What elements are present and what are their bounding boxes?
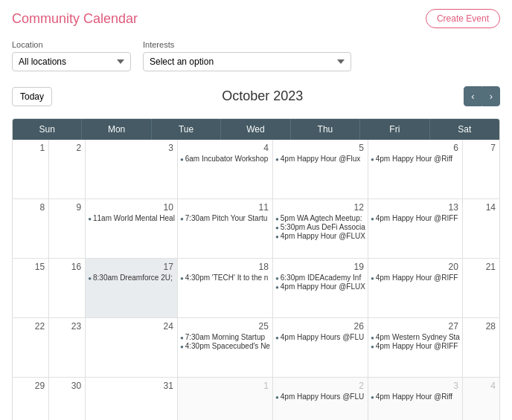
calendar-cell[interactable]: 1 bbox=[178, 378, 273, 420]
day-header-fri: Fri bbox=[360, 119, 429, 140]
day-number: 13 bbox=[371, 202, 460, 213]
event-item[interactable]: 5pm WA Agtech Meetup: bbox=[275, 214, 365, 222]
event-item[interactable]: 4pm Happy Hour @RIFF bbox=[371, 342, 460, 350]
day-number: 23 bbox=[51, 321, 83, 332]
event-item[interactable]: 4pm Happy Hours @FLU bbox=[275, 333, 365, 341]
today-button[interactable]: Today bbox=[12, 87, 52, 106]
day-header-wed: Wed bbox=[221, 119, 290, 140]
event-item[interactable]: 4pm Happy Hour @Riff bbox=[371, 155, 460, 163]
day-number: 4 bbox=[180, 143, 270, 153]
interests-label: Interests bbox=[143, 40, 351, 49]
interests-select[interactable]: Select an option bbox=[143, 52, 351, 71]
day-number: 28 bbox=[465, 321, 497, 332]
calendar-cell[interactable]: 31 bbox=[86, 378, 178, 420]
calendar-cell[interactable]: 64pm Happy Hour @Riff bbox=[368, 140, 463, 199]
calendar-cell[interactable]: 1 bbox=[13, 140, 49, 199]
event-item[interactable]: 4pm Happy Hour @RIFF bbox=[371, 274, 460, 282]
event-item[interactable]: 4pm Happy Hour @Riff bbox=[371, 392, 460, 401]
calendar-cell[interactable]: 14 bbox=[463, 199, 499, 259]
location-label: Location bbox=[12, 40, 131, 49]
calendar-cell[interactable]: 257:30am Morning Startup4:30pm Spacecube… bbox=[178, 318, 273, 378]
event-item[interactable]: 4pm Happy Hour @FLUX bbox=[275, 232, 365, 240]
prev-month-button[interactable]: ‹ bbox=[464, 86, 481, 106]
calendar-cell[interactable]: 2 bbox=[49, 140, 86, 199]
calendar-cell[interactable]: 15 bbox=[13, 259, 49, 318]
day-number: 12 bbox=[275, 202, 365, 213]
calendar-grid: 12346am Incubator Workshop54pm Happy Hou… bbox=[13, 140, 499, 420]
calendar-cell[interactable]: 34pm Happy Hour @Riff bbox=[368, 378, 463, 420]
day-number: 14 bbox=[465, 202, 497, 213]
event-item[interactable]: 7:30am Morning Startup bbox=[180, 333, 270, 341]
calendar-controls: Today October 2023 ‹ › bbox=[12, 80, 500, 112]
calendar-cell[interactable]: 204pm Happy Hour @RIFF bbox=[368, 259, 463, 318]
event-item[interactable]: 4pm Happy Hours @FLU bbox=[275, 392, 365, 401]
calendar-cell[interactable]: 1011am World Mental Heal bbox=[86, 199, 178, 259]
day-header-mon: Mon bbox=[82, 119, 151, 140]
calendar-cell[interactable]: 46am Incubator Workshop bbox=[178, 140, 273, 199]
create-event-button[interactable]: Create Event bbox=[426, 9, 500, 28]
calendar-cell[interactable]: 24 bbox=[86, 318, 178, 378]
app-title: Community Calendar bbox=[12, 11, 138, 27]
calendar-cell[interactable]: 24pm Happy Hours @FLU bbox=[273, 378, 368, 420]
event-item[interactable]: 6:30pm IDEAcademy Inf bbox=[275, 274, 365, 282]
calendar-cell[interactable]: 30 bbox=[49, 378, 86, 420]
day-number: 1 bbox=[180, 381, 270, 391]
calendar-cell[interactable]: 8 bbox=[13, 199, 49, 259]
location-select[interactable]: All locations bbox=[12, 52, 131, 71]
next-month-button[interactable]: › bbox=[482, 86, 500, 106]
event-item[interactable]: 4:30pm Spacecubed's Ne bbox=[180, 342, 270, 350]
calendar-cell[interactable]: 4 bbox=[463, 378, 499, 420]
calendar-cell[interactable]: 184:30pm 'TECH' It to the n bbox=[178, 259, 273, 318]
calendar-cell[interactable]: 29 bbox=[13, 378, 49, 420]
calendar-header: SunMonTueWedThuFriSat bbox=[13, 119, 499, 140]
event-item[interactable]: 4pm Happy Hour @RIFF bbox=[371, 214, 460, 222]
day-header-sat: Sat bbox=[430, 119, 499, 140]
location-filter-group: Location All locations bbox=[12, 40, 131, 71]
day-number: 18 bbox=[180, 262, 270, 272]
event-item[interactable]: 8:30am Dreamforce 2U; bbox=[88, 274, 175, 282]
calendar-cell[interactable]: 3 bbox=[86, 140, 178, 199]
day-number: 9 bbox=[51, 202, 83, 213]
day-number: 10 bbox=[88, 202, 175, 213]
calendar-cell[interactable]: 16 bbox=[49, 259, 86, 318]
day-header-thu: Thu bbox=[291, 119, 360, 140]
calendar-cell[interactable]: 178:30am Dreamforce 2U; bbox=[86, 259, 178, 318]
day-number: 19 bbox=[275, 262, 365, 272]
day-number: 20 bbox=[371, 262, 460, 272]
calendar-cell[interactable]: 134pm Happy Hour @RIFF bbox=[368, 199, 463, 259]
interests-filter-group: Interests Select an option bbox=[143, 40, 351, 71]
event-item[interactable]: 4pm Happy Hour @Flux bbox=[275, 155, 365, 163]
calendar-cell[interactable]: 9 bbox=[49, 199, 86, 259]
day-number: 15 bbox=[15, 262, 46, 272]
day-number: 4 bbox=[465, 381, 497, 391]
event-item[interactable]: 4:30pm 'TECH' It to the n bbox=[180, 274, 270, 282]
calendar-cell[interactable]: 196:30pm IDEAcademy Inf4pm Happy Hour @F… bbox=[273, 259, 368, 318]
day-number: 22 bbox=[15, 321, 46, 332]
filters-row: Location All locations Interests Select … bbox=[12, 40, 500, 71]
day-number: 24 bbox=[88, 321, 175, 332]
calendar-cell[interactable]: 125pm WA Agtech Meetup:5:30pm Aus DeFi A… bbox=[273, 199, 368, 259]
event-item[interactable]: 6am Incubator Workshop bbox=[180, 155, 270, 163]
event-item[interactable]: 4pm Western Sydney Sta bbox=[371, 333, 460, 341]
calendar-cell[interactable]: 28 bbox=[463, 318, 499, 378]
day-number: 1 bbox=[15, 143, 46, 153]
calendar-wrapper: SunMonTueWedThuFriSat 12346am Incubator … bbox=[12, 118, 500, 420]
day-header-tue: Tue bbox=[152, 119, 221, 140]
month-title: October 2023 bbox=[61, 88, 464, 104]
day-header-sun: Sun bbox=[13, 119, 82, 140]
calendar-cell[interactable]: 21 bbox=[463, 259, 499, 318]
calendar-cell[interactable]: 23 bbox=[49, 318, 86, 378]
event-item[interactable]: 7:30am Pitch Your Startu bbox=[180, 214, 270, 222]
calendar-cell[interactable]: 264pm Happy Hours @FLU bbox=[273, 318, 368, 378]
calendar-cell[interactable]: 7 bbox=[463, 140, 499, 199]
event-item[interactable]: 4pm Happy Hour @FLUX bbox=[275, 282, 365, 291]
event-item[interactable]: 5:30pm Aus DeFi Associa bbox=[275, 223, 365, 231]
event-item[interactable]: 11am World Mental Heal bbox=[88, 214, 175, 222]
calendar-cell[interactable]: 54pm Happy Hour @Flux bbox=[273, 140, 368, 199]
calendar-cell[interactable]: 22 bbox=[13, 318, 49, 378]
calendar-cell[interactable]: 274pm Western Sydney Sta4pm Happy Hour @… bbox=[368, 318, 463, 378]
day-number: 25 bbox=[180, 321, 270, 332]
day-number: 8 bbox=[15, 202, 46, 213]
day-number: 17 bbox=[88, 262, 175, 272]
calendar-cell[interactable]: 117:30am Pitch Your Startu bbox=[178, 199, 273, 259]
